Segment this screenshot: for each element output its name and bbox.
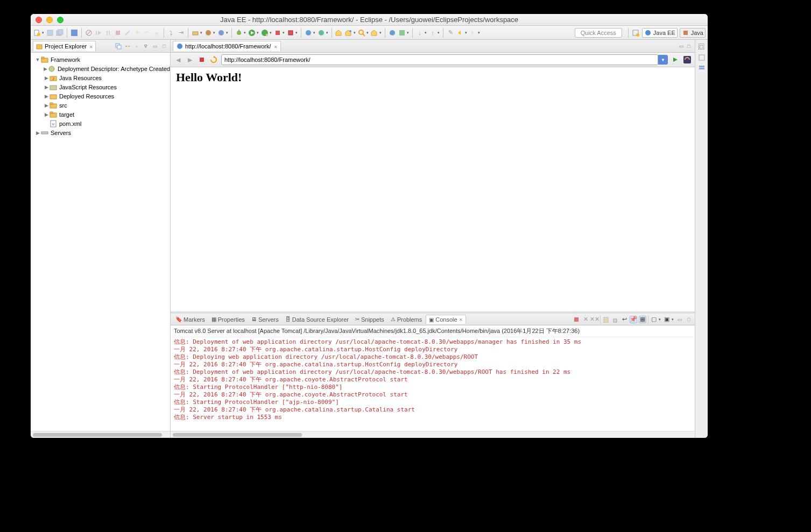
minimize-view-icon[interactable] <box>151 42 159 50</box>
console-terminate-icon[interactable] <box>573 316 580 323</box>
step-filters-icon[interactable]: ⇥ <box>177 29 185 37</box>
perspective-javaee[interactable]: Java EE <box>642 28 678 38</box>
forward-icon[interactable] <box>469 29 477 37</box>
maximize-console-icon[interactable] <box>685 316 693 323</box>
tree-item[interactable]: ▶JJava Resources <box>31 73 170 82</box>
collapse-all-icon[interactable] <box>115 42 122 50</box>
browser-go-icon[interactable] <box>671 55 680 64</box>
bottom-tab-console[interactable]: ▣Console <box>426 315 466 324</box>
run-server-dropdown[interactable] <box>269 29 272 37</box>
jsp-dropdown[interactable] <box>406 29 410 37</box>
prev-annotation-icon[interactable]: ↑ <box>428 29 437 37</box>
browser-favorite-icon[interactable] <box>683 55 692 64</box>
console-scroll-lock-icon[interactable] <box>611 316 619 323</box>
new-ws-icon[interactable] <box>317 29 326 37</box>
console-wrap-icon[interactable]: ↩ <box>620 316 628 323</box>
browser-viewport[interactable]: Hello World! <box>171 67 695 311</box>
suspend-icon[interactable] <box>104 29 112 37</box>
search-icon[interactable] <box>357 29 366 37</box>
project-tree[interactable]: ▼Framework▶Deployment Descriptor: Archet… <box>31 53 170 431</box>
bottom-tab-snippets[interactable]: ✂Snippets <box>352 315 387 324</box>
horizontal-scrollbar[interactable] <box>31 431 170 438</box>
console-display-dropdown[interactable] <box>671 315 674 324</box>
run-dropdown[interactable] <box>256 29 259 37</box>
minimize-window-button[interactable] <box>46 17 53 23</box>
open-type-icon[interactable] <box>335 29 343 37</box>
console-pin-icon[interactable]: 📌 <box>630 316 637 323</box>
close-tab-icon[interactable] <box>88 43 93 49</box>
horizontal-scrollbar[interactable] <box>171 431 695 438</box>
tree-item[interactable]: ▶Deployment Descriptor: Archetype Create… <box>31 64 170 73</box>
bottom-tab-markers[interactable]: 🔖Markers <box>173 315 208 324</box>
new-jpa-icon[interactable] <box>304 29 313 37</box>
open-resource-dropdown[interactable] <box>379 29 382 37</box>
address-bar[interactable] <box>221 54 658 65</box>
address-dropdown[interactable]: ▼ <box>658 55 668 65</box>
console-remove-icon[interactable]: ✕ <box>582 316 589 323</box>
toggle-breadcrumb-icon[interactable] <box>70 29 79 37</box>
project-explorer-tab[interactable]: Project Explorer <box>33 41 96 51</box>
tree-item[interactable]: ▶target <box>31 110 170 119</box>
open-resource-icon[interactable] <box>370 29 379 37</box>
link-editor-icon[interactable] <box>124 42 131 50</box>
browser-stop-icon[interactable] <box>198 55 206 64</box>
restore-icon[interactable]: ⿴ <box>698 43 706 51</box>
back-dropdown[interactable] <box>464 29 468 37</box>
perspective-java[interactable]: Java <box>680 28 706 38</box>
console-output[interactable]: 信息: Deployment of web application direct… <box>171 337 695 431</box>
open-task-icon[interactable] <box>344 29 353 37</box>
save-icon[interactable] <box>46 29 54 37</box>
back-icon[interactable] <box>456 29 464 37</box>
console-open-dropdown[interactable] <box>658 315 661 324</box>
console-clear-icon[interactable] <box>602 316 610 323</box>
tree-item[interactable]: ▶Deployed Resources <box>31 91 170 101</box>
skip-breakpoints-icon[interactable] <box>84 29 93 37</box>
view-menu-icon[interactable]: ▿ <box>142 42 150 50</box>
bottom-tab-servers[interactable]: 🖥Servers <box>249 315 281 324</box>
new-dropdown[interactable] <box>41 29 45 37</box>
minimize-editor-icon[interactable] <box>678 42 685 50</box>
console-show-icon[interactable]: ▦ <box>639 316 646 323</box>
web-browser-icon[interactable] <box>388 29 397 37</box>
browser-forward-icon[interactable]: ▶ <box>186 55 194 64</box>
tasklist-icon[interactable] <box>698 65 706 72</box>
search-dropdown[interactable] <box>366 29 369 37</box>
new-server-dropdown[interactable] <box>200 29 203 37</box>
tree-item[interactable]: ▶Servers <box>31 128 170 137</box>
step-over-icon[interactable] <box>143 29 151 37</box>
minimize-console-icon[interactable] <box>676 316 683 323</box>
open-perspective-icon[interactable] <box>631 29 640 37</box>
focus-task-icon[interactable]: ◦ <box>133 42 140 50</box>
close-window-button[interactable] <box>36 17 42 23</box>
step-return-icon[interactable] <box>152 29 161 37</box>
step-into-icon[interactable] <box>133 29 142 37</box>
next-annotation-icon[interactable]: ↓ <box>415 29 424 37</box>
run-server-icon[interactable] <box>260 29 269 37</box>
tree-item[interactable]: ▶JavaScript Resources <box>31 82 170 91</box>
browser-refresh-icon[interactable] <box>209 55 218 64</box>
zoom-window-button[interactable] <box>57 17 64 23</box>
bottom-tab-problems[interactable]: ⚠Problems <box>388 315 425 324</box>
open-task-dropdown[interactable] <box>353 29 356 37</box>
new-ws-dropdown[interactable] <box>326 29 329 37</box>
outline-icon[interactable] <box>698 54 706 61</box>
debug-dropdown[interactable] <box>243 29 246 37</box>
save-all-icon[interactable] <box>55 29 64 37</box>
profile-dropdown[interactable] <box>282 29 285 37</box>
ext-tools-dropdown[interactable] <box>295 29 298 37</box>
new-ejb-dropdown[interactable] <box>213 29 216 37</box>
new-ejb-icon[interactable] <box>204 29 213 37</box>
maximize-view-icon[interactable] <box>160 42 168 50</box>
tree-item[interactable]: Mpom.xml <box>31 119 170 128</box>
terminate-icon[interactable] <box>114 29 122 37</box>
new-icon[interactable] <box>33 29 41 37</box>
new-jpa-dropdown[interactable] <box>313 29 316 37</box>
ext-tools-icon[interactable] <box>286 29 295 37</box>
quick-access-field[interactable]: Quick Access <box>575 28 622 38</box>
resume-icon[interactable] <box>94 29 103 37</box>
bottom-tab-properties[interactable]: ▦Properties <box>209 315 248 324</box>
jsp-icon[interactable] <box>398 29 406 37</box>
prev-annotation-dropdown[interactable] <box>437 29 440 37</box>
browser-tab[interactable]: http://localhost:8080/Framework/ <box>173 41 281 51</box>
console-display-icon[interactable]: ▣ <box>663 316 671 323</box>
